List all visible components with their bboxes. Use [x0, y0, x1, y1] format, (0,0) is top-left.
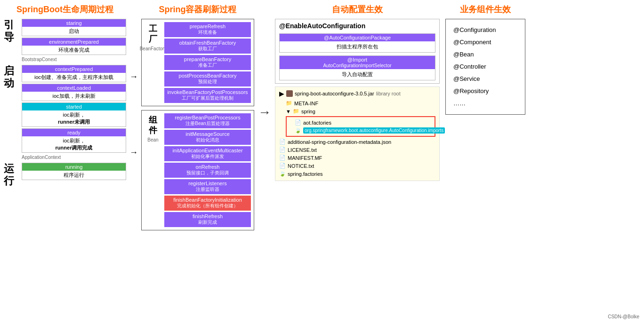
business-item-5: @Repository — [453, 85, 517, 97]
bootstrap-label: BootstrapConext — [4, 57, 126, 62]
tree-manifest: 📄 MANIFEST.MF — [279, 154, 435, 162]
event-ready-desc: ioc刷新，runner调用完成 — [24, 137, 124, 151]
arrow1-top: → — [129, 72, 138, 82]
phase-yunxing-events: running 程序运行 — [22, 163, 126, 180]
tree-license: 📄 LICENSE.txt — [279, 146, 435, 154]
red-border-section: 📄 aot.factories 🍃 org.springframework.bo… — [286, 116, 435, 137]
tree-spring: ▼ 📁 spring — [279, 107, 435, 115]
autoconfigpackage-desc: 扫描主程序所在包 — [282, 43, 432, 50]
jar-suffix: library root — [376, 91, 401, 96]
arrow1-bottom: → — [129, 148, 138, 158]
lifecycle-column: SpringBoot生命周期过程 引导 staring 启动 environme… — [4, 4, 126, 230]
tree-additional: 📄 additional-spring-configuration-metada… — [279, 138, 435, 146]
file-icon-license: 📄 — [279, 147, 286, 153]
component-label-col: 组件 Bean — [145, 113, 161, 227]
event-envprepared: environmentPrepared 环境准备完成 — [22, 38, 126, 55]
event-running: running 程序运行 — [22, 163, 126, 180]
phase-qidong-events: contextPrepared ioc创建、准备完成，主程序未加载 contex… — [22, 65, 126, 153]
phase-label-yunxing: 运行 — [4, 163, 22, 188]
event-ctxprepared: contextPrepared ioc创建、准备完成，主程序未加载 — [22, 65, 126, 82]
event-ctxloaded: contextLoaded ioc加载，并未刷新 — [22, 84, 126, 101]
file-icon-springfactories: 🍃 — [279, 171, 286, 177]
step-initeventmulti: initApplicationEventMulticaster 初始化事件派发 — [164, 146, 251, 161]
watermark: CSDN-@Bolke — [608, 314, 639, 319]
event-staring: staring 启动 — [22, 19, 126, 36]
jar-name: spring-boot-autoconfigure-3.0.5.jar — [295, 91, 374, 96]
file-icon-manifest: 📄 — [279, 155, 286, 161]
component-sublabel: Bean — [147, 137, 158, 142]
file-icon-notice: 📄 — [279, 163, 286, 169]
file-tree-area: ▶ spring-boot-autoconfigure-3.0.5.jar li… — [275, 87, 440, 181]
event-started-desc: ioc刷新，runner未调用 — [24, 111, 124, 126]
event-ctxloaded-name: contextLoaded — [22, 84, 126, 92]
folder-icon-2: 📁 — [293, 108, 299, 114]
business-item-4: @Service — [453, 73, 517, 85]
phase-label-qidong: 启动 — [4, 65, 22, 90]
business-item-0: @Configuration — [453, 24, 517, 36]
folder-icon-1: 📁 — [286, 100, 292, 106]
component-section: 组件 Bean registerBeanPostProcessors 注册Bea… — [141, 110, 254, 230]
file-icon-additional: 📄 — [279, 139, 286, 145]
autoconfig-title: 自动配置生效 — [275, 4, 440, 15]
component-label: 组件 — [149, 115, 157, 135]
event-ready: ready ioc刷新，runner调用完成 — [22, 128, 126, 153]
event-running-desc: 程序运行 — [24, 172, 124, 179]
factory-section: 工厂 BeanFactory prepareRefresh 环境准备 obtai… — [141, 19, 254, 106]
arrow1-col: → → — [127, 4, 140, 230]
big-arrow: → — [258, 105, 271, 120]
file-icon-aot: 📄 — [295, 119, 301, 126]
event-running-name: running — [22, 163, 126, 171]
tree-meta-inf: 📁 META-INF — [279, 99, 435, 107]
big-arrow-col: → — [255, 4, 274, 230]
factory-sublabel: BeanFactory — [140, 46, 167, 51]
lifecycle-arrows: → → — [129, 58, 138, 158]
step-onrefresh: onRefresh 预留接口，子类回调 — [164, 163, 251, 178]
event-envprepared-desc: 环境准备完成 — [24, 47, 124, 54]
import-name: @Import AutoConfigurationImportSelector — [280, 56, 435, 69]
step-invokebean: invokeBeanFactoryPostProcessors 工厂可扩展后置处… — [164, 88, 251, 103]
phase-yindao: 引导 staring 启动 environmentPrepared 环境准备完成 — [4, 19, 126, 55]
business-item-2: @Bean — [453, 48, 517, 61]
business-title: 业务组件生效 — [445, 4, 525, 15]
imports-highlight: org.springframework.boot.autoconfigure.A… — [303, 127, 445, 134]
import-desc: 导入自动配置 — [282, 71, 432, 78]
event-started-name: started — [22, 103, 126, 110]
factory-steps: prepareRefresh 环境准备 obtainFreshBeanFacto… — [164, 22, 251, 103]
component-steps: registerBeanPostProcessors 注册Bean后置处理器 i… — [164, 113, 251, 227]
business-item-6: …… — [453, 97, 517, 110]
step-finishbeaninitial: finishBeanFactoryInitialization 完成初始化（所有… — [164, 196, 251, 211]
main-container: SpringBoot生命周期过程 引导 staring 启动 environme… — [0, 0, 644, 234]
step-preparebean: prepareBeanFactory 准备工厂 — [164, 55, 251, 70]
tree-imports: 🍃 org.springframework.boot.autoconfigure… — [288, 126, 433, 134]
factory-label-col: 工厂 BeanFactory — [145, 22, 161, 103]
step-obtainfresh: obtainFreshBeanFactory 获取工厂 — [164, 39, 251, 54]
phase-yunxing: 运行 running 程序运行 — [4, 163, 126, 188]
tree-aot: 📄 aot.factories — [288, 118, 433, 126]
factory-label: 工厂 — [149, 24, 157, 44]
business-box: @Configuration @Component @Bean @Control… — [445, 19, 525, 115]
file-icon-imports: 🍃 — [295, 127, 301, 134]
phase-qidong: 启动 contextPrepared ioc创建、准备完成，主程序未加载 con… — [4, 65, 126, 153]
appcontext-label: ApplicationContext — [4, 155, 126, 160]
step-registerpostproc: registerBeanPostProcessors 注册Bean后置处理器 — [164, 113, 251, 128]
business-item-3: @Controller — [453, 61, 517, 73]
enable-title: @EnableAutoConfiguration — [279, 22, 435, 30]
event-ctxprepared-name: contextPrepared — [22, 65, 126, 73]
lifecycle-title: SpringBoot生命周期过程 — [4, 4, 126, 15]
step-registerlisteners: registerListeners 注册监听器 — [164, 179, 251, 194]
tree-notice: 📄 NOTICE.txt — [279, 162, 435, 170]
step-preparerefresh: prepareRefresh 环境准备 — [164, 22, 251, 37]
business-item-1: @Component — [453, 36, 517, 48]
phase-yindao-events: staring 启动 environmentPrepared 环境准备完成 — [22, 19, 126, 55]
enable-box: @EnableAutoConfiguration @AutoConfigurat… — [275, 19, 440, 84]
autoconfig-column: 自动配置生效 @EnableAutoConfiguration @AutoCon… — [275, 4, 440, 230]
tree-springfactories: 🍃 spring.factories — [279, 170, 435, 178]
event-ctxloaded-desc: ioc加载，并未刷新 — [24, 93, 124, 100]
event-ctxprepared-desc: ioc创建、准备完成，主程序未加载 — [24, 74, 124, 81]
refresh-column: Spring容器刷新过程 工厂 BeanFactory prepareRefre… — [141, 4, 254, 230]
autoconfigpackage-name: @AutoConfigurationPackage — [280, 34, 435, 41]
business-column: 业务组件生效 @Configuration @Component @Bean @… — [441, 4, 525, 230]
jar-icon — [286, 90, 293, 97]
phase-label-yindao: 引导 — [4, 19, 22, 44]
autoconfigpackage-box: @AutoConfigurationPackage 扫描主程序所在包 — [279, 33, 435, 53]
